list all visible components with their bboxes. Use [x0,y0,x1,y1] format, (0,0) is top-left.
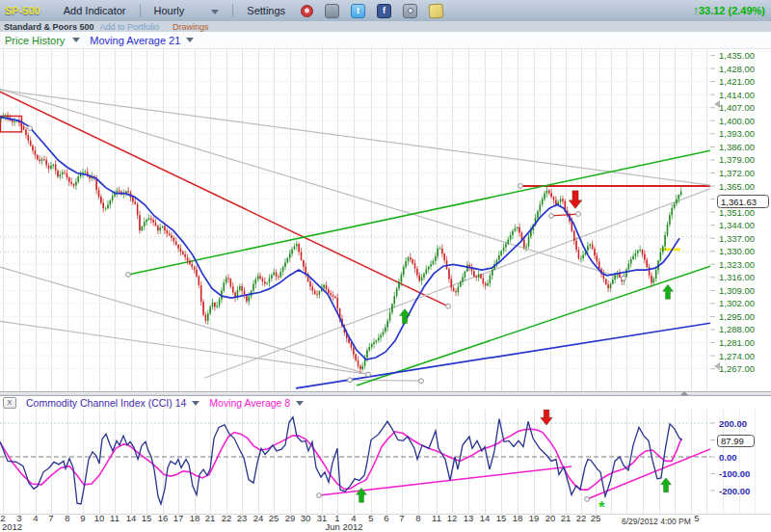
svg-text:Jun 2012: Jun 2012 [325,521,362,532]
svg-text:1,344.00: 1,344.00 [719,220,755,230]
drawing-handle[interactable] [348,378,353,383]
drawing-handle[interactable] [585,497,590,502]
svg-text:1,365.00: 1,365.00 [719,181,755,192]
chart-canvas[interactable]: *1,435.001,428.001,421.001,414.001,407.0… [0,0,771,532]
svg-text:1,274.00: 1,274.00 [719,351,755,361]
add-to-portfolio-link[interactable]: Add to Portfolio [100,22,160,32]
splitter-grip-icon[interactable] [680,391,688,395]
svg-text:1,323.00: 1,323.00 [719,259,755,270]
svg-text:6/29/2012 4:00 PM: 6/29/2012 4:00 PM [622,517,691,526]
last-price-box: 1,361.63 [718,196,769,208]
chevron-down-icon[interactable] [186,38,194,42]
svg-text:200.00: 200.00 [719,418,747,429]
svg-text:1,414.00: 1,414.00 [719,90,755,100]
svg-text:1,407.00: 1,407.00 [719,102,755,113]
svg-text:1,435.00: 1,435.00 [719,50,755,61]
moving-average-dropdown[interactable]: Moving Average 21 [90,35,180,46]
svg-text:1,393.00: 1,393.00 [719,128,755,139]
svg-text:1,428.00: 1,428.00 [719,64,755,74]
svg-text:1,267.00: 1,267.00 [719,363,755,374]
svg-text:1,330.00: 1,330.00 [719,246,755,256]
svg-text:1,302.00: 1,302.00 [719,298,755,308]
drawing-handle[interactable] [622,276,626,280]
chevron-down-icon[interactable] [72,38,80,42]
cci-value-box: 87.99 [718,436,755,447]
svg-text:1,361.63: 1,361.63 [721,197,757,207]
svg-text:1,309.00: 1,309.00 [719,285,755,296]
svg-text:1,316.00: 1,316.00 [719,272,755,282]
drawing-handle[interactable] [419,379,424,384]
svg-text:1,337.00: 1,337.00 [719,233,755,244]
svg-text:1,379.00: 1,379.00 [719,154,755,165]
drawing-handle[interactable] [317,493,322,498]
notes-icon[interactable] [429,3,444,18]
svg-text:1,421.00: 1,421.00 [719,76,755,87]
drawing-handle[interactable] [549,214,554,219]
svg-text:-100.00: -100.00 [719,468,750,479]
toolbar-divider [232,4,233,17]
main-toolbar: SP-500 Add Indicator Hourly Settings t f… [0,0,771,22]
svg-text:87.99: 87.99 [721,436,744,446]
svg-text:0.00: 0.00 [719,452,737,463]
drawing-handle[interactable] [126,273,131,278]
symbol-label[interactable]: SP-500 [5,5,40,16]
drawing-handle[interactable] [446,304,451,308]
drawing-handle[interactable] [518,184,523,189]
settings-button[interactable]: Settings [247,5,285,16]
interval-dropdown[interactable]: Hourly [154,5,220,16]
svg-text:1,372.00: 1,372.00 [719,168,755,178]
chevron-down-icon[interactable] [192,401,199,406]
drawing-handle[interactable] [28,126,33,131]
svg-text:1,400.00: 1,400.00 [719,116,755,126]
alarm-clock-icon[interactable] [301,5,313,17]
add-indicator-button[interactable]: Add Indicator [64,5,126,16]
charting-app-window: *1,435.001,428.001,421.001,414.001,407.0… [0,0,771,532]
media-icon[interactable] [325,4,339,18]
drawing-handle[interactable] [576,212,581,217]
svg-text:1,281.00: 1,281.00 [719,337,755,348]
toolbar-divider [140,4,141,17]
price-pane-header: Price History Moving Average 21 [0,32,771,49]
chevron-down-icon[interactable] [296,401,304,406]
symbol-full-name: Standard & Poors 500 [4,22,94,32]
drawings-link[interactable]: Drawings [173,22,209,32]
svg-text:1,351.00: 1,351.00 [719,207,755,218]
drawing-handle[interactable] [366,372,371,377]
cci-pane-header: X Commodity Channel Index (CCI) 14 Movin… [0,396,771,410]
camera-icon[interactable] [403,4,417,18]
daily-change-badge: ↑33.12 (2.49%) [693,4,765,17]
svg-text:1,386.00: 1,386.00 [719,142,755,152]
twitter-icon[interactable]: t [351,4,365,18]
svg-text:1,295.00: 1,295.00 [719,311,755,322]
close-indicator-button[interactable]: X [3,397,16,409]
cci-ma-dropdown[interactable]: Moving Average 8 [209,397,290,409]
cci-indicator-dropdown[interactable]: Commodity Channel Index (CCI) 14 [26,397,186,409]
facebook-icon[interactable]: f [377,4,391,18]
chevron-down-icon [211,10,219,14]
price-history-dropdown[interactable]: Price History [5,35,65,46]
svg-text:2012: 2012 [2,521,22,532]
svg-text:1,288.00: 1,288.00 [719,324,755,334]
svg-text:-200.00: -200.00 [719,486,750,496]
